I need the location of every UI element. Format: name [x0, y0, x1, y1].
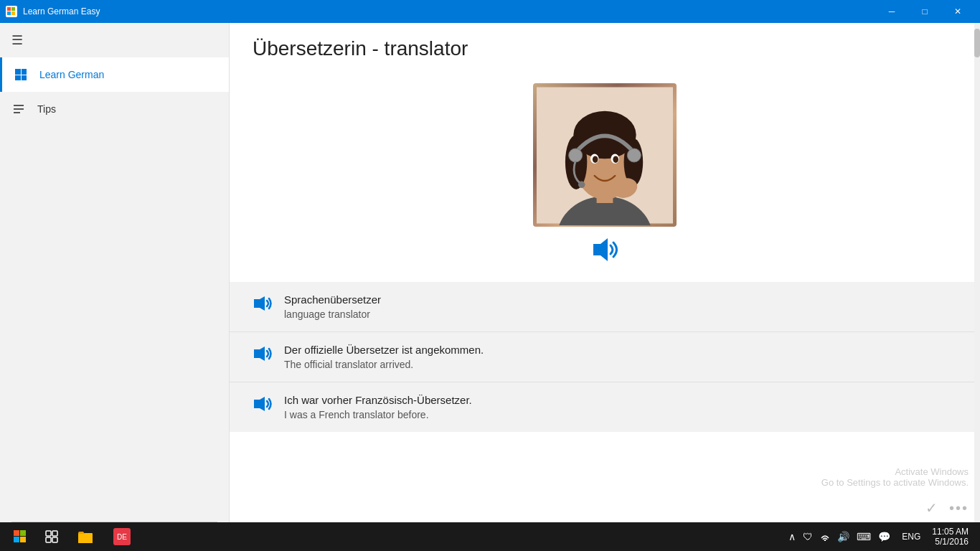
- scrollbar-track[interactable]: [974, 23, 980, 522]
- svg-point-24: [627, 149, 641, 162]
- app-icon: [6, 6, 17, 17]
- svg-marker-28: [254, 296, 265, 311]
- taskbar-left: DE: [6, 522, 139, 551]
- audio-button-2[interactable]: [253, 345, 273, 367]
- svg-rect-32: [20, 530, 26, 536]
- phrase-german-1: Sprachenübersetzer: [284, 293, 381, 306]
- svg-marker-29: [254, 347, 265, 361]
- svg-rect-1: [11, 7, 15, 11]
- svg-text:DE: DE: [117, 533, 127, 541]
- sidebar: ☰ Learn German: [0, 23, 230, 522]
- taskbar-time[interactable]: 11:05 AM 5/1/2016: [926, 527, 974, 547]
- taskbar-learn-german[interactable]: DE: [105, 522, 139, 551]
- translator-image: [533, 83, 677, 227]
- tips-icon: [11, 102, 26, 116]
- svg-rect-40: [78, 534, 93, 543]
- title-bar: Learn German Easy ─ □ ✕: [0, 0, 980, 23]
- check-icon[interactable]: ✓: [925, 499, 938, 517]
- maximize-button[interactable]: □: [908, 0, 941, 23]
- tray-arrow-icon[interactable]: ∧: [786, 531, 798, 542]
- svg-point-43: [824, 539, 826, 540]
- volume-icon[interactable]: 🔊: [834, 531, 852, 542]
- phrase-english-3: I was a French translator before.: [284, 409, 472, 420]
- watermark-line2: Go to Settings to activate Windows.: [821, 477, 969, 488]
- taskbar-right: ∧ 🛡 🔊 ⌨ 💬 ENG 11:05 AM 5/1/2016: [783, 527, 974, 547]
- learn-german-label: Learn German: [39, 69, 104, 80]
- svg-rect-34: [20, 537, 26, 542]
- audio-button-3[interactable]: [253, 395, 273, 417]
- learn-german-icon: [14, 67, 28, 82]
- scrollbar-thumb[interactable]: [974, 29, 980, 57]
- notification-icon[interactable]: 💬: [875, 531, 893, 542]
- phrase-german-3: Ich war vorher Französisch-Übersetzer.: [284, 394, 472, 406]
- minimize-button[interactable]: ─: [875, 0, 908, 23]
- app-body: ☰ Learn German: [0, 23, 980, 522]
- sidebar-item-tips[interactable]: Tips: [0, 92, 229, 126]
- phrases-section: Sprachenübersetzer language translator D…: [230, 282, 980, 432]
- svg-rect-33: [14, 537, 19, 542]
- more-options-icon[interactable]: •••: [949, 500, 969, 517]
- phrase-english-1: language translator: [284, 309, 381, 320]
- svg-rect-0: [7, 7, 11, 11]
- main-audio-button[interactable]: [588, 235, 622, 270]
- audio-button-1[interactable]: [253, 295, 273, 316]
- content-area: Übersetzerin - translator: [230, 23, 980, 522]
- svg-rect-4: [15, 69, 21, 75]
- taskbar-file-explorer[interactable]: [69, 522, 102, 551]
- phrase-german-2: Der offizielle Übersetzer ist angekommen…: [284, 344, 484, 356]
- taskbar: DE ∧ 🛡 🔊 ⌨ 💬 ENG 11:05 AM 5/1/2016: [0, 522, 980, 551]
- svg-rect-35: [46, 531, 51, 536]
- sidebar-nav: Learn German Tips: [0, 57, 229, 126]
- sidebar-item-learn-german[interactable]: Learn German: [0, 57, 229, 92]
- svg-marker-30: [254, 397, 265, 411]
- svg-point-23: [569, 149, 583, 162]
- keyboard-icon[interactable]: ⌨: [854, 531, 874, 542]
- svg-rect-38: [52, 537, 57, 542]
- svg-rect-6: [15, 75, 21, 80]
- svg-rect-5: [22, 69, 27, 75]
- svg-point-25: [578, 181, 585, 188]
- close-button[interactable]: ✕: [941, 0, 974, 23]
- date-display: 5/1/2016: [932, 537, 969, 547]
- hamburger-icon[interactable]: ☰: [11, 32, 23, 48]
- title-bar-text: Learn German Easy: [23, 6, 100, 17]
- bottom-controls: ✓ •••: [925, 499, 969, 517]
- page-title: Übersetzerin - translator: [253, 37, 957, 60]
- system-tray: ∧ 🛡 🔊 ⌨ 💬: [783, 531, 896, 543]
- svg-rect-3: [11, 11, 15, 15]
- windows-watermark: Activate Windows Go to Settings to activ…: [821, 466, 969, 488]
- phrase-item-3: Ich war vorher Französisch-Übersetzer. I…: [230, 382, 980, 432]
- network-icon[interactable]: [817, 531, 833, 543]
- title-bar-controls: ─ □ ✕: [875, 0, 974, 23]
- svg-point-22: [613, 156, 618, 163]
- svg-rect-31: [14, 530, 19, 536]
- phrase-english-2: The official translator arrived.: [284, 359, 484, 370]
- watermark-line1: Activate Windows: [821, 466, 969, 477]
- svg-rect-36: [52, 531, 57, 536]
- time-display: 11:05 AM: [932, 527, 969, 537]
- title-bar-left: Learn German Easy: [0, 6, 100, 17]
- start-button[interactable]: [6, 522, 34, 551]
- svg-point-21: [593, 156, 598, 163]
- content-header: Übersetzerin - translator: [230, 23, 980, 72]
- language-label[interactable]: ENG: [899, 532, 923, 542]
- phrase-text-1: Sprachenübersetzer language translator: [284, 293, 381, 320]
- svg-rect-7: [22, 75, 27, 80]
- svg-rect-2: [7, 11, 11, 15]
- antivirus-icon[interactable]: 🛡: [800, 531, 816, 542]
- svg-rect-37: [46, 537, 51, 542]
- phrase-item-2: Der offizielle Übersetzer ist angekommen…: [230, 332, 980, 382]
- image-area: [230, 72, 980, 282]
- learn-german-app-thumb: DE: [113, 528, 131, 545]
- phrase-text-3: Ich war vorher Französisch-Übersetzer. I…: [284, 394, 472, 420]
- phrase-item-1: Sprachenübersetzer language translator: [230, 282, 980, 332]
- task-view-button[interactable]: [37, 522, 66, 551]
- tips-label: Tips: [37, 103, 56, 115]
- svg-marker-27: [593, 238, 608, 261]
- phrase-text-2: Der offizielle Übersetzer ist angekommen…: [284, 344, 484, 370]
- sidebar-header: ☰: [0, 23, 229, 57]
